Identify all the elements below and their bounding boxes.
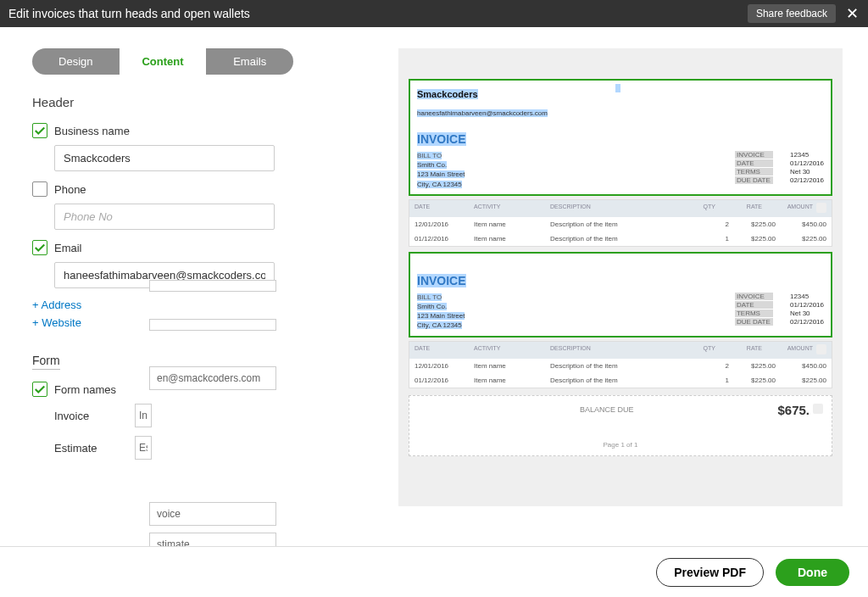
checkbox-business-name[interactable] <box>32 123 47 138</box>
preview-invoice-title: INVOICE <box>417 132 466 146</box>
section-header: Header <box>32 95 359 109</box>
pencil-icon[interactable] <box>813 404 823 414</box>
table-row: 01/12/2016Item nameDescription of the it… <box>409 373 832 388</box>
email-label: Email <box>54 242 82 254</box>
col-amount: AMOUNT <box>762 204 813 214</box>
checkbox-phone[interactable] <box>32 181 47 197</box>
tab-design[interactable]: Design <box>32 48 120 75</box>
meta-value: Net 30 <box>790 310 824 317</box>
preview-pdf-button[interactable]: Preview PDF <box>656 558 764 587</box>
balance-due-amount: $675. <box>777 403 810 417</box>
checkbox-email[interactable] <box>32 240 47 255</box>
done-button[interactable]: Done <box>776 559 849 586</box>
meta-label: INVOICE <box>735 293 773 300</box>
phone-input[interactable] <box>54 204 275 230</box>
meta-label: INVOICE <box>735 151 773 159</box>
col-rate: RATE <box>715 345 762 355</box>
col-qty: QTY <box>690 204 715 214</box>
addr-line2: City, CA 12345 <box>417 181 462 188</box>
col-date: DATE <box>415 204 474 214</box>
left-panel: Design Content Emails Header Business na… <box>0 27 380 597</box>
drag-handle-icon[interactable] <box>615 84 620 92</box>
title-bar: Edit invoices that turn heads and open w… <box>0 0 868 27</box>
estimate-row-label: Estimate <box>54 442 135 455</box>
col-date: DATE <box>415 345 474 355</box>
tab-bar: Design Content Emails <box>32 48 293 75</box>
balance-due-label: BALANCE DUE <box>580 405 634 414</box>
tab-content[interactable]: Content <box>120 48 207 75</box>
col-activity: ACTIVITY <box>474 345 550 355</box>
business-name-input[interactable] <box>54 145 275 171</box>
line-items-grid-2: DATE ACTIVITY DESCRIPTION QTY RATE AMOUN… <box>409 341 832 388</box>
share-feedback-button[interactable]: Share feedback <box>748 4 836 23</box>
meta-label: TERMS <box>735 168 773 176</box>
modal-title: Edit invoices that turn heads and open w… <box>8 7 250 20</box>
cust-name: Smith Co. <box>417 161 447 169</box>
invoice-row-label: Invoice <box>54 410 135 422</box>
addr-line1: 123 Main Street <box>417 312 465 320</box>
preview-invoice-title: INVOICE <box>417 274 466 287</box>
col-desc: DESCRIPTION <box>550 204 690 214</box>
addr-line1: 123 Main Street <box>417 170 465 178</box>
meta-value: 02/12/2016 <box>790 176 824 184</box>
meta-label: TERMS <box>735 310 773 317</box>
cust-name: Smith Co. <box>417 303 447 310</box>
meta-label: DUE DATE <box>735 176 773 184</box>
meta-label: DUE DATE <box>735 318 773 326</box>
phone-label: Phone <box>54 183 86 196</box>
meta-value: 12345 <box>790 293 824 300</box>
ghost-email-input[interactable] <box>149 366 276 390</box>
col-rate: RATE <box>715 204 762 214</box>
footer: Preview PDF Done <box>0 546 868 597</box>
tab-emails[interactable]: Emails <box>206 48 293 75</box>
invoice-preview-1[interactable]: Smackcoders haneesfathimabarveen@smackco… <box>409 79 832 196</box>
col-amount: AMOUNT <box>762 345 813 355</box>
table-row: 01/12/2016Item nameDescription of the it… <box>409 232 832 246</box>
meta-value: 01/12/2016 <box>790 159 824 167</box>
business-name-label: Business name <box>54 125 130 137</box>
meta-value: 02/12/2016 <box>790 318 824 326</box>
invoice-input-partial[interactable] <box>135 404 152 427</box>
pencil-icon[interactable] <box>816 203 826 213</box>
estimate-input-partial[interactable] <box>135 436 152 460</box>
invoice-preview-2[interactable]: INVOICE BILL TO Smith Co. 123 Main Stree… <box>409 252 832 338</box>
billto-label: BILL TO <box>417 293 442 301</box>
ghost-field <box>149 280 276 292</box>
meta-label: DATE <box>735 301 773 309</box>
meta-label: DATE <box>735 159 773 167</box>
ghost-field <box>149 319 276 331</box>
preview-email: haneesfathimabarveen@smackcoders.com <box>417 109 548 117</box>
form-heading: Form <box>32 354 60 370</box>
col-desc: DESCRIPTION <box>550 345 690 355</box>
checkbox-form-names[interactable] <box>32 382 47 397</box>
balance-due-box: BALANCE DUE $675. Page 1 of 1 <box>409 395 832 456</box>
col-activity: ACTIVITY <box>474 204 550 214</box>
preview-panel: Smackcoders haneesfathimabarveen@smackco… <box>380 27 868 597</box>
billto-label: BILL TO <box>417 152 442 159</box>
meta-value: 01/12/2016 <box>790 301 824 309</box>
table-row: 12/01/2016Item nameDescription of the it… <box>409 359 832 373</box>
meta-value: Net 30 <box>790 168 824 176</box>
add-address-link[interactable]: + Address <box>32 298 359 311</box>
col-qty: QTY <box>690 345 715 355</box>
page-number: Page 1 of 1 <box>418 441 823 449</box>
close-icon[interactable]: ✕ <box>844 4 860 23</box>
ghost-invoice-input[interactable] <box>149 502 276 526</box>
pencil-icon[interactable] <box>816 344 826 354</box>
preview-frame: Smackcoders haneesfathimabarveen@smackco… <box>398 48 843 506</box>
preview-business: Smackcoders <box>417 89 478 99</box>
addr-line2: City, CA 12345 <box>417 321 462 329</box>
line-items-grid-1: DATE ACTIVITY DESCRIPTION QTY RATE AMOUN… <box>409 199 832 247</box>
table-row: 12/01/2016Item nameDescription of the it… <box>409 217 832 232</box>
meta-value: 12345 <box>790 151 824 159</box>
form-names-label: Form names <box>54 383 116 396</box>
